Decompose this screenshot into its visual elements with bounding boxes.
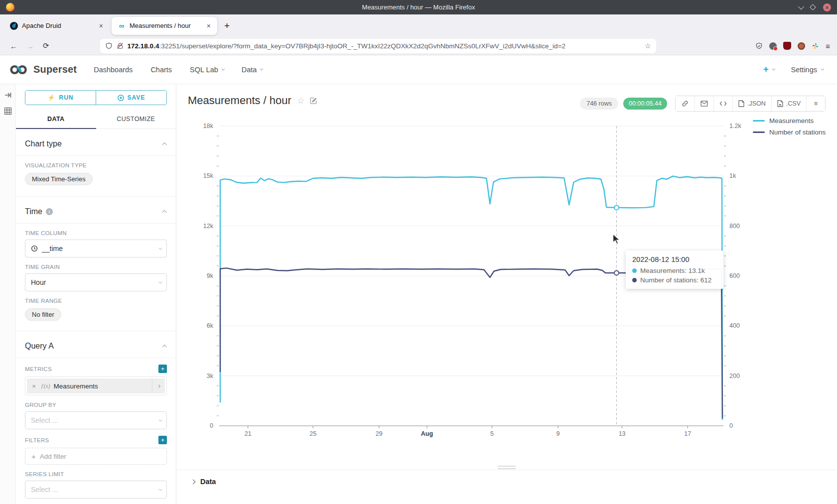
window-minimize-icon[interactable] — [798, 3, 805, 10]
metrics-label: METRICS+ — [25, 365, 167, 373]
control-panel: ⚡RUN SAVE DATA CUSTOMIZE Chart type VISU… — [16, 84, 176, 504]
series-limit-select[interactable]: Select ... — [25, 481, 167, 499]
series-line-measurements[interactable] — [220, 176, 722, 420]
edit-title-icon[interactable] — [310, 97, 317, 105]
visualization-type-value[interactable]: Mixed Time-Series — [25, 173, 93, 185]
expand-metric-icon[interactable] — [152, 378, 165, 393]
y-axis-label-left: 0 — [210, 422, 213, 429]
settings-menu[interactable]: Settings — [791, 66, 823, 74]
page-title: Measurements / hour — [188, 94, 291, 107]
add-filter-button[interactable]: + — [158, 436, 167, 444]
tooltip-row: Number of stations: 612 — [632, 276, 717, 284]
chart-actions: .JSON .CSV ≡ — [675, 96, 826, 112]
nav-item-sql-lab[interactable]: SQL Lab — [190, 66, 224, 74]
extension-icon[interactable] — [798, 42, 805, 50]
section-query-a[interactable]: Query A — [25, 331, 167, 358]
section-time[interactable]: Timei — [25, 197, 167, 223]
plus-circle-icon — [118, 95, 124, 101]
x-axis-label: 21 — [245, 430, 252, 437]
brand-name: Superset — [33, 64, 77, 75]
new-tab-button[interactable]: + — [219, 20, 235, 31]
export-json-button[interactable]: .JSON — [732, 96, 771, 111]
bookmark-star-icon[interactable]: ☆ — [645, 42, 651, 50]
more-actions-button[interactable]: ≡ — [806, 96, 825, 111]
series-line-stations[interactable] — [220, 268, 722, 418]
favorite-star-icon[interactable]: ☆ — [297, 96, 304, 106]
time-column-select[interactable]: __time — [25, 240, 167, 257]
legend-item-stations[interactable]: Number of stations — [753, 128, 826, 136]
superset-logo[interactable]: Superset — [9, 63, 77, 76]
container-extension-icon[interactable] — [769, 42, 777, 50]
tracking-shield-icon[interactable] — [105, 42, 113, 50]
group-by-select[interactable]: Select ... — [25, 411, 167, 429]
save-button[interactable]: SAVE — [96, 91, 166, 105]
section-chart-type[interactable]: Chart type — [25, 129, 167, 155]
superset-favicon-icon: ∞ — [118, 22, 126, 30]
dataset-grid-icon[interactable] — [4, 107, 12, 115]
hover-marker-icon — [614, 205, 619, 210]
nav-item-data[interactable]: Data — [242, 66, 263, 74]
reload-icon[interactable]: ⟳ — [43, 41, 49, 50]
nav-item-charts[interactable]: Charts — [150, 66, 172, 74]
expand-panel-icon[interactable] — [4, 91, 12, 99]
tab-data[interactable]: DATA — [16, 111, 96, 129]
chart-svg[interactable]: 18k1.2k15k1k12k8009k6006k4003k2000021252… — [176, 84, 837, 504]
browser-toolbar: ← → ⟳ 172.18.0.4:32251/superset/explore/… — [0, 37, 837, 55]
tab-label: Measurements / hour — [130, 22, 201, 29]
time-grain-label: TIME GRAIN — [25, 264, 167, 270]
chevron-down-icon — [772, 67, 775, 71]
insecure-lock-icon[interactable] — [117, 42, 124, 49]
tab-customize[interactable]: CUSTOMIZE — [96, 111, 176, 129]
legend-item-measurements[interactable]: Measurements — [753, 117, 826, 125]
y-axis-label-right: 0 — [729, 422, 733, 429]
tab-apache-druid[interactable]: d Apache Druid × — [4, 17, 110, 35]
run-button[interactable]: ⚡RUN — [25, 91, 96, 105]
query-timer-badge: 00:00:05.44 — [623, 98, 667, 110]
y-axis-label-left: 3k — [207, 373, 214, 379]
chart-legend: Measurements Number of stations — [753, 117, 826, 136]
new-item-button[interactable]: + — [763, 64, 774, 75]
x-axis-label: 29 — [376, 430, 383, 437]
chevron-up-icon — [162, 210, 167, 215]
close-tab-icon[interactable]: × — [98, 22, 105, 30]
legend-label: Measurements — [769, 117, 814, 125]
pinwheel-extension-icon[interactable] — [812, 42, 819, 50]
metric-measurements[interactable]: × ƒ(x)Measurements — [27, 378, 165, 393]
email-button[interactable] — [695, 96, 713, 111]
url-bar[interactable]: 172.18.0.4:32251/superset/explore/?form_… — [100, 39, 656, 53]
window-title: Measurements / hour — Mozilla Firefox — [0, 3, 837, 11]
nav-item-dashboards[interactable]: Dashboards — [94, 66, 133, 74]
mouse-cursor-icon — [612, 234, 622, 248]
window-maximize-icon[interactable] — [810, 4, 816, 10]
series-dot-icon — [632, 278, 637, 282]
x-axis-label: 5 — [490, 430, 494, 437]
y-axis-label-right: 1k — [729, 172, 736, 179]
x-axis-label: 13 — [619, 430, 626, 437]
ublock-extension-icon[interactable] — [783, 42, 791, 50]
embed-code-button[interactable] — [713, 96, 732, 111]
close-tab-icon[interactable]: × — [205, 22, 212, 30]
x-axis-label: 17 — [684, 430, 691, 437]
pocket-shield-icon[interactable] — [755, 42, 763, 50]
remove-metric-icon[interactable]: × — [27, 382, 41, 390]
data-section-label: Data — [200, 478, 216, 486]
y-axis-label-right: 400 — [729, 322, 740, 329]
data-results-section[interactable]: Data — [176, 470, 837, 486]
time-grain-select[interactable]: Hour — [25, 273, 167, 291]
forward-icon[interactable]: → — [26, 42, 34, 50]
window-close-icon[interactable]: × — [823, 3, 831, 11]
copy-link-button[interactable] — [676, 96, 695, 111]
tab-measurements-hour[interactable]: ∞ Measurements / hour × — [112, 17, 217, 35]
panel-tabs: DATA CUSTOMIZE — [16, 111, 176, 129]
export-csv-button[interactable]: .CSV — [771, 96, 806, 111]
file-icon — [738, 100, 744, 107]
y-axis-label-left: 12k — [203, 223, 214, 230]
add-filter-dropzone[interactable]: +Add filter — [25, 448, 167, 465]
chevron-down-icon — [158, 418, 162, 421]
back-icon[interactable]: ← — [10, 42, 17, 50]
window-titlebar: Measurements / hour — Mozilla Firefox × — [0, 0, 837, 14]
hamburger-menu-icon[interactable]: ≡ — [826, 42, 830, 50]
time-range-value[interactable]: No filter — [25, 308, 61, 321]
y-axis-label-right: 1.2k — [729, 123, 741, 129]
add-metric-button[interactable]: + — [158, 365, 167, 373]
